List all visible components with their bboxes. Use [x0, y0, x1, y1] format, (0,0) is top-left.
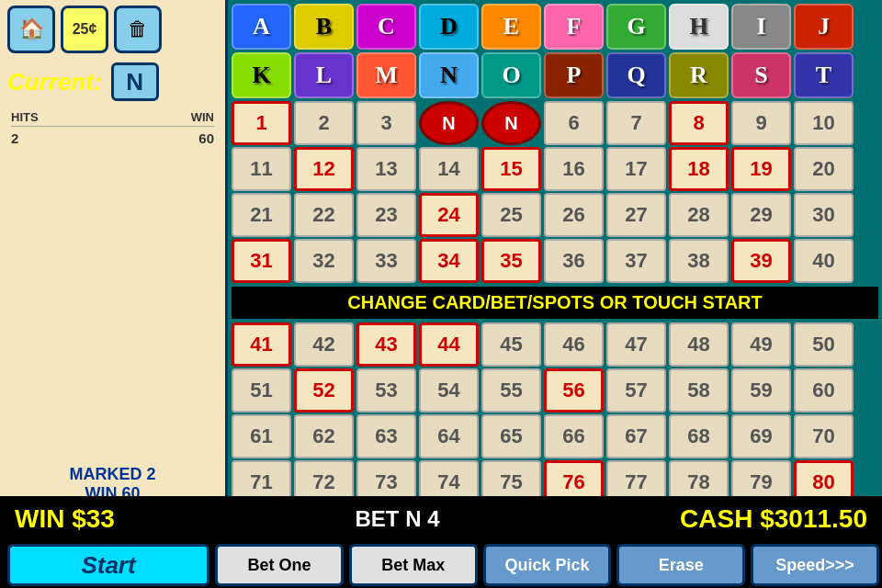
speed-button[interactable]: Speed>>>	[751, 544, 879, 586]
num-cell-47[interactable]: 47	[606, 322, 666, 367]
num-cell-9[interactable]: 9	[731, 101, 791, 145]
letter-cell-H[interactable]: H	[669, 4, 729, 50]
num-cell-41[interactable]: 41	[232, 322, 291, 367]
num-cell-6[interactable]: 6	[544, 101, 604, 145]
letter-cell-N[interactable]: N	[419, 52, 479, 98]
num-cell-66[interactable]: 66	[544, 414, 604, 458]
start-button[interactable]: Start	[7, 544, 209, 586]
num-cell-25[interactable]: 25	[481, 193, 541, 237]
num-cell-34[interactable]: 34	[419, 239, 479, 283]
bet-amount-button[interactable]: 25¢	[61, 6, 108, 53]
num-cell-13[interactable]: 13	[356, 147, 416, 191]
letter-cell-M[interactable]: M	[356, 52, 416, 98]
num-cell-32[interactable]: 32	[294, 239, 354, 283]
num-cell-48[interactable]: 48	[669, 322, 729, 367]
num-cell-2[interactable]: 2	[294, 101, 354, 145]
num-cell-30[interactable]: 30	[794, 193, 854, 237]
num-cell-20[interactable]: 20	[794, 147, 854, 191]
num-cell-27[interactable]: 27	[606, 193, 666, 237]
letter-cell-I[interactable]: I	[731, 4, 791, 50]
num-cell-26[interactable]: 26	[544, 193, 604, 237]
erase-button[interactable]: Erase	[616, 544, 745, 586]
quick-pick-button[interactable]: Quick Pick	[483, 544, 612, 586]
letter-cell-F[interactable]: F	[544, 4, 604, 50]
num-cell-67[interactable]: 67	[606, 414, 666, 458]
num-cell-31[interactable]: 31	[232, 239, 291, 283]
letter-cell-K[interactable]: K	[232, 52, 291, 98]
num-cell-19[interactable]: 19	[731, 147, 791, 191]
num-cell-56[interactable]: 56	[544, 368, 604, 413]
num-cell-5[interactable]: N	[481, 101, 541, 145]
letter-cell-G[interactable]: G	[606, 4, 666, 50]
letter-cell-T[interactable]: T	[794, 52, 854, 98]
num-cell-22[interactable]: 22	[294, 193, 354, 237]
letter-cell-B[interactable]: B	[294, 4, 354, 50]
num-cell-50[interactable]: 50	[794, 322, 854, 367]
num-cell-38[interactable]: 38	[669, 239, 729, 283]
num-cell-15[interactable]: 15	[481, 147, 541, 191]
marked-label: MARKED 2	[0, 465, 225, 484]
letter-cell-D[interactable]: D	[419, 4, 479, 50]
num-cell-43[interactable]: 43	[356, 322, 416, 367]
num-cell-37[interactable]: 37	[606, 239, 666, 283]
num-cell-28[interactable]: 28	[669, 193, 729, 237]
num-cell-61[interactable]: 61	[232, 414, 291, 458]
num-cell-45[interactable]: 45	[481, 322, 541, 367]
num-cell-29[interactable]: 29	[731, 193, 791, 237]
num-cell-23[interactable]: 23	[356, 193, 416, 237]
num-cell-51[interactable]: 51	[232, 368, 291, 413]
num-cell-70[interactable]: 70	[794, 414, 854, 458]
num-cell-42[interactable]: 42	[294, 322, 354, 367]
trash-button[interactable]: 🗑	[114, 6, 162, 53]
num-cell-7[interactable]: 7	[606, 101, 666, 145]
num-cell-65[interactable]: 65	[481, 414, 541, 458]
home-button[interactable]: 🏠	[7, 6, 55, 53]
letter-cell-E[interactable]: E	[481, 4, 541, 50]
num-cell-40[interactable]: 40	[794, 239, 854, 283]
num-cell-62[interactable]: 62	[294, 414, 354, 458]
num-cell-4[interactable]: N	[419, 101, 479, 145]
letter-cell-P[interactable]: P	[544, 52, 604, 98]
num-cell-16[interactable]: 16	[544, 147, 604, 191]
num-cell-68[interactable]: 68	[669, 414, 729, 458]
num-cell-60[interactable]: 60	[794, 368, 854, 413]
num-cell-44[interactable]: 44	[419, 322, 479, 367]
bet-max-button[interactable]: Bet Max	[349, 544, 478, 586]
num-cell-49[interactable]: 49	[731, 322, 791, 367]
letter-cell-O[interactable]: O	[481, 52, 541, 98]
num-cell-21[interactable]: 21	[232, 193, 291, 237]
num-cell-14[interactable]: 14	[419, 147, 479, 191]
num-cell-63[interactable]: 63	[356, 414, 416, 458]
num-cell-36[interactable]: 36	[544, 239, 604, 283]
num-cell-17[interactable]: 17	[606, 147, 666, 191]
letter-cell-S[interactable]: S	[731, 52, 791, 98]
num-cell-24[interactable]: 24	[419, 193, 479, 237]
num-cell-3[interactable]: 3	[356, 101, 416, 145]
num-cell-12[interactable]: 12	[294, 147, 354, 191]
num-cell-59[interactable]: 59	[731, 368, 791, 413]
letter-cell-J[interactable]: J	[794, 4, 854, 50]
num-cell-58[interactable]: 58	[669, 368, 729, 413]
num-cell-46[interactable]: 46	[544, 322, 604, 367]
num-cell-33[interactable]: 33	[356, 239, 416, 283]
num-cell-8[interactable]: 8	[669, 101, 729, 145]
bet-one-button[interactable]: Bet One	[215, 544, 344, 586]
num-cell-1[interactable]: 1	[232, 101, 291, 145]
num-cell-39[interactable]: 39	[731, 239, 791, 283]
num-cell-11[interactable]: 11	[232, 147, 291, 191]
num-cell-53[interactable]: 53	[356, 368, 416, 413]
num-cell-35[interactable]: 35	[481, 239, 541, 283]
letter-cell-L[interactable]: L	[294, 52, 354, 98]
num-cell-10[interactable]: 10	[794, 101, 854, 145]
num-cell-54[interactable]: 54	[419, 368, 479, 413]
num-cell-55[interactable]: 55	[481, 368, 541, 413]
num-cell-52[interactable]: 52	[294, 368, 354, 413]
letter-cell-A[interactable]: A	[232, 4, 291, 50]
num-cell-57[interactable]: 57	[606, 368, 666, 413]
letter-cell-R[interactable]: R	[669, 52, 729, 98]
num-cell-18[interactable]: 18	[669, 147, 729, 191]
num-cell-64[interactable]: 64	[419, 414, 479, 458]
letter-cell-C[interactable]: C	[356, 4, 416, 50]
num-cell-69[interactable]: 69	[731, 414, 791, 458]
letter-cell-Q[interactable]: Q	[606, 52, 666, 98]
